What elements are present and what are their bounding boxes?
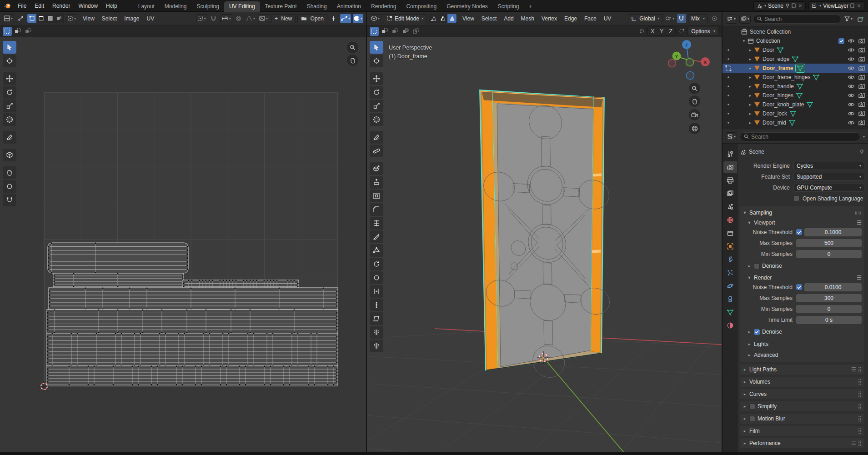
disable-render-icon[interactable] [858, 83, 865, 90]
topbar-menu-render[interactable]: Render [48, 1, 74, 11]
pin-icon[interactable] [859, 149, 864, 155]
object-name[interactable]: Door_handle [763, 83, 794, 90]
editor-type-3d-icon[interactable]: ▾ [370, 14, 381, 23]
options-dropdown[interactable]: Options ▾ [687, 27, 719, 36]
uv-zoom-button[interactable] [347, 42, 358, 53]
panel-light-paths[interactable]: ▸Light Paths☰ ⣿ [740, 365, 864, 375]
panel-checkbox[interactable] [749, 404, 755, 410]
panel-performance[interactable]: ▸Performance☰ ⣿ [740, 438, 864, 448]
vp-boxselect-extend-icon[interactable] [380, 27, 389, 36]
viewlayer-name[interactable]: ViewLayer [823, 3, 848, 9]
viewport-noise-threshold-checkbox[interactable] [796, 229, 802, 235]
hide-eye-icon[interactable] [848, 37, 855, 45]
vp-menu-face[interactable]: Face [581, 13, 600, 24]
viewport-denoise-checkbox[interactable] [754, 263, 760, 269]
expand-icon[interactable]: ▾ [741, 39, 747, 43]
topbar-menu-help[interactable]: Help [102, 1, 121, 11]
uv-rotate-tool[interactable] [3, 86, 16, 99]
vp-spin-tool[interactable] [370, 258, 383, 270]
vp-edge-slide-tool[interactable] [370, 285, 383, 298]
properties-tab-tool[interactable] [723, 148, 737, 160]
uv-proportional-edit-icon[interactable] [234, 14, 243, 23]
vp-rotate-tool[interactable] [370, 86, 383, 99]
disable-render-icon[interactable] [858, 110, 865, 117]
uv-select-island-icon[interactable] [55, 14, 64, 23]
panel-curves[interactable]: ▸Curves⣿ [740, 389, 864, 399]
uv-grab-tool[interactable] [3, 166, 16, 179]
hide-eye-icon[interactable] [848, 55, 855, 63]
render-max-samples-value[interactable]: 300 [796, 294, 862, 302]
properties-tab-physics[interactable] [723, 280, 737, 292]
outliner-row-collection[interactable]: ▾Collection [722, 36, 868, 45]
vp-menu-edge[interactable]: Edge [561, 13, 581, 24]
uv-pivot-icon[interactable]: ▾ [196, 14, 207, 23]
disable-render-icon[interactable] [858, 92, 865, 99]
uv-scale-tool[interactable] [3, 100, 16, 112]
outliner-display-mode-icon[interactable]: ▾ [739, 15, 751, 24]
object-name[interactable]: Scene Collection [750, 29, 791, 35]
viewport-subpanel-header[interactable]: ▼Viewport☰ [743, 218, 862, 227]
uv-menu-view[interactable]: View [79, 13, 98, 24]
collection-checkbox[interactable] [838, 38, 844, 44]
advanced-subpanel-header[interactable]: ▸Advanced [743, 350, 862, 360]
disable-render-icon[interactable] [858, 46, 865, 54]
vp-rip-edge-tool[interactable] [370, 340, 383, 352]
expand-icon[interactable]: ▸ [747, 66, 753, 70]
uv-boxselect-set-icon[interactable] [3, 27, 12, 36]
select-face-icon[interactable] [447, 14, 457, 23]
panel-volumes[interactable]: ▸Volumes⣿ [740, 377, 864, 387]
topbar-menu-edit[interactable]: Edit [30, 1, 48, 11]
delete-scene-icon[interactable]: ✕ [798, 3, 803, 9]
new-scene-icon[interactable] [792, 3, 796, 8]
object-name[interactable]: Door_frame_hinges [763, 74, 810, 80]
vp-smooth-tool[interactable] [370, 271, 383, 284]
properties-options-icon[interactable]: ▾ [863, 135, 865, 139]
workspace-tab-modeling[interactable]: Modeling [160, 1, 192, 12]
expand-icon[interactable]: ▸ [747, 57, 753, 61]
properties-tab-material[interactable] [723, 320, 737, 331]
workspace-tab--[interactable]: + [524, 1, 537, 12]
select-vertex-icon[interactable] [429, 14, 438, 23]
vp-annotate-tool[interactable] [370, 131, 383, 144]
viewport-canvas[interactable]: User Perspective (1) Door_frame [367, 37, 722, 452]
feature-set-dropdown[interactable]: Supported▾ [793, 173, 864, 181]
transform-orientation-dropdown[interactable]: Global▾ [628, 14, 662, 23]
uv-boxselect-extend-icon[interactable] [13, 27, 22, 36]
object-name[interactable]: Door_knob_plate [763, 101, 804, 108]
device-dropdown[interactable]: GPU Compute▾ [793, 184, 864, 192]
render-denoise-checkbox[interactable] [754, 329, 760, 335]
hide-eye-icon[interactable] [848, 83, 855, 90]
disable-render-icon[interactable] [858, 37, 865, 45]
uv-rip-region-tool[interactable] [3, 149, 16, 161]
vp-pan-button[interactable] [689, 95, 700, 107]
hide-eye-icon[interactable] [848, 101, 855, 108]
outliner-row-door[interactable]: ▸Door [722, 45, 868, 55]
outliner-row-door-handle[interactable]: ▸Door_handle [722, 82, 868, 91]
vp-boxselect-invert-icon[interactable] [401, 27, 410, 36]
scene-name[interactable]: Scene [768, 3, 783, 9]
vp-menu-select[interactable]: Select [478, 13, 500, 24]
properties-tab-render[interactable] [723, 161, 737, 173]
uv-transform-tool[interactable] [3, 113, 16, 126]
select-edge-icon[interactable] [438, 14, 447, 23]
vp-menu-vertex[interactable]: Vertex [538, 13, 561, 24]
vp-loop-cut-tool[interactable] [370, 217, 383, 230]
hide-eye-icon[interactable] [848, 110, 855, 117]
uv-select-vertex-icon[interactable] [27, 14, 36, 23]
object-name[interactable]: Door_hinges [763, 92, 793, 99]
workspace-tab-sculpting[interactable]: Sculpting [192, 1, 224, 12]
lights-subpanel-header[interactable]: ▸Lights [743, 340, 862, 349]
uv-menu-uv[interactable]: UV [143, 13, 158, 24]
uv-snap-target-icon[interactable]: ▾ [220, 14, 232, 23]
workspace-tab-shading[interactable]: Shading [302, 1, 332, 12]
vp-menu-mesh[interactable]: Mesh [517, 13, 538, 24]
disable-render-icon[interactable] [858, 101, 865, 108]
workspace-tab-compositing[interactable]: Compositing [401, 1, 442, 12]
uv-boxselect-subtract-icon[interactable] [24, 27, 33, 36]
vp-inset-faces-tool[interactable] [370, 190, 383, 202]
mirror-axis-x-button[interactable]: X [648, 27, 657, 35]
vp-boxselect-set-icon[interactable] [370, 27, 379, 36]
outliner-row-door-knob-plate[interactable]: ▸Door_knob_plate [722, 100, 868, 109]
outliner-search-input[interactable]: Search [753, 15, 841, 24]
vp-cursor-tool[interactable] [370, 55, 383, 67]
